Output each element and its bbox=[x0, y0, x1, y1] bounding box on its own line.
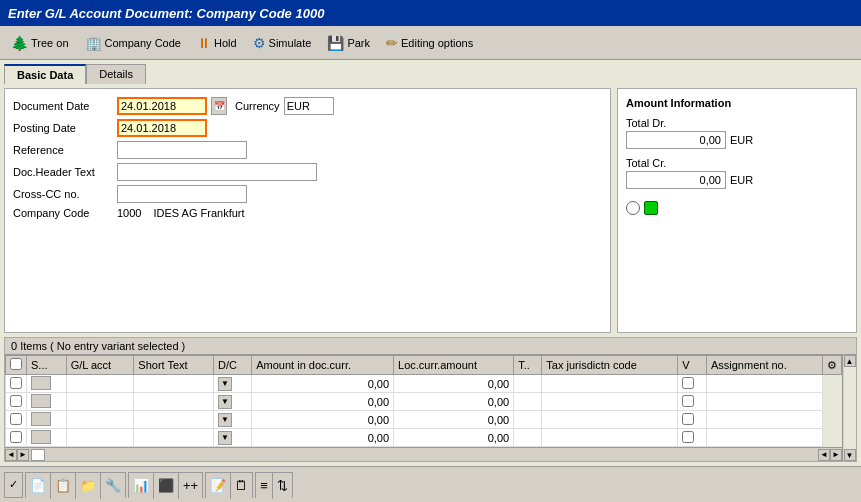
hold-label: Hold bbox=[214, 37, 237, 49]
posting-date-input[interactable] bbox=[117, 119, 207, 137]
editing-options-label: Editing options bbox=[401, 37, 473, 49]
reference-input[interactable] bbox=[117, 141, 247, 159]
col-amount-doc: Amount in doc.curr. bbox=[252, 356, 394, 375]
row-v-4 bbox=[678, 429, 707, 447]
bottom-btn-10[interactable]: 🗒 bbox=[231, 473, 252, 499]
total-dr-row: Total Dr. EUR bbox=[626, 117, 848, 149]
row-gl-3 bbox=[66, 411, 134, 429]
col-t: T.. bbox=[514, 356, 542, 375]
document-date-input[interactable] bbox=[117, 97, 207, 115]
tab-details[interactable]: Details bbox=[86, 64, 146, 84]
bottom-btn-3[interactable]: 📋 bbox=[51, 473, 76, 499]
title-bar: Enter G/L Account Document: Company Code… bbox=[0, 0, 861, 26]
bottom-btn-2[interactable]: 📄 bbox=[26, 473, 51, 499]
col-dc: D/C bbox=[214, 356, 252, 375]
total-dr-input[interactable] bbox=[626, 131, 726, 149]
row-checkbox-1[interactable] bbox=[10, 377, 22, 389]
row-checkbox-2[interactable] bbox=[10, 395, 22, 407]
hold-button[interactable]: ⏸ Hold bbox=[190, 30, 244, 56]
dc-dropdown-4[interactable]: ▼ bbox=[218, 431, 232, 445]
main-content: Basic Data Details Document Date 📅 Curre… bbox=[0, 60, 861, 466]
total-cr-row: Total Cr. EUR bbox=[626, 157, 848, 189]
scroll-right-button[interactable]: ► bbox=[17, 449, 29, 461]
row-loc-3: 0,00 bbox=[394, 411, 514, 429]
amount-section: Amount Information Total Dr. EUR Total C… bbox=[617, 88, 857, 333]
company-code-label: Company Code bbox=[105, 37, 181, 49]
dc-dropdown-3[interactable]: ▼ bbox=[218, 413, 232, 427]
scroll-right2-button[interactable]: ◄ bbox=[818, 449, 830, 461]
row-t-2 bbox=[514, 393, 542, 411]
row-select-4 bbox=[6, 429, 27, 447]
row-v-3 bbox=[678, 411, 707, 429]
row-checkbox-4[interactable] bbox=[10, 431, 22, 443]
row-gl-1 bbox=[66, 375, 134, 393]
calendar-button[interactable]: 📅 bbox=[211, 97, 227, 115]
doc-header-input[interactable] bbox=[117, 163, 317, 181]
bottom-btn-5[interactable]: 🔧 bbox=[101, 473, 125, 499]
total-dr-currency: EUR bbox=[730, 134, 753, 146]
row-checkbox-3[interactable] bbox=[10, 413, 22, 425]
bottom-btn-9[interactable]: 📝 bbox=[206, 473, 231, 499]
park-button[interactable]: 💾 Park bbox=[320, 30, 377, 56]
radio-filled[interactable] bbox=[644, 201, 658, 215]
bottom-btn-1[interactable]: ✓ bbox=[4, 472, 23, 498]
scroll-right3-button[interactable]: ► bbox=[830, 449, 842, 461]
row-amount-4: 0,00 bbox=[252, 429, 394, 447]
indicator-row bbox=[626, 201, 848, 215]
cross-cc-input[interactable] bbox=[117, 185, 247, 203]
table-scroll-area: S... G/L acct Short Text D/C Amount in d… bbox=[5, 355, 842, 461]
tree-on-button[interactable]: 🌲 Tree on bbox=[4, 30, 76, 56]
park-label: Park bbox=[347, 37, 370, 49]
row-select-2 bbox=[6, 393, 27, 411]
tree-icon: 🌲 bbox=[11, 35, 28, 51]
company-code-name: IDES AG Frankfurt bbox=[153, 207, 244, 219]
scroll-left-button[interactable]: ◄ bbox=[5, 449, 17, 461]
v-checkbox-4[interactable] bbox=[682, 431, 694, 443]
doc-header-row: Doc.Header Text bbox=[13, 163, 602, 181]
row-btn-1[interactable] bbox=[31, 376, 51, 390]
bottom-btn-6[interactable]: 📊 bbox=[129, 473, 154, 499]
editing-icon: ✏ bbox=[386, 35, 398, 51]
amount-info-title: Amount Information bbox=[626, 97, 848, 109]
bottom-btn-group-4: ≡ ⇅ bbox=[255, 472, 293, 498]
radio-empty[interactable] bbox=[626, 201, 640, 215]
col-short-text: Short Text bbox=[134, 356, 214, 375]
col-selector bbox=[6, 356, 27, 375]
scroll-up-button[interactable]: ▲ bbox=[844, 355, 856, 367]
table-row: ▼ 0,00 0,00 bbox=[6, 375, 842, 393]
row-t-4 bbox=[514, 429, 542, 447]
tree-on-label: Tree on bbox=[31, 37, 69, 49]
h-scrollbar-thumb[interactable] bbox=[31, 449, 45, 461]
bottom-btn-8[interactable]: ++ bbox=[179, 473, 202, 499]
row-s-3 bbox=[27, 411, 67, 429]
select-all-checkbox[interactable] bbox=[10, 358, 22, 370]
bottom-btn-12[interactable]: ⇅ bbox=[273, 473, 292, 499]
simulate-button[interactable]: ⚙ Simulate bbox=[246, 30, 319, 56]
v-checkbox-2[interactable] bbox=[682, 395, 694, 407]
row-btn-3[interactable] bbox=[31, 412, 51, 426]
row-dc-2: ▼ bbox=[214, 393, 252, 411]
bottom-btn-7[interactable]: ⬛ bbox=[154, 473, 179, 499]
v-checkbox-1[interactable] bbox=[682, 377, 694, 389]
scroll-down-button[interactable]: ▼ bbox=[844, 449, 856, 461]
bottom-btn-4[interactable]: 📁 bbox=[76, 473, 101, 499]
row-btn-4[interactable] bbox=[31, 430, 51, 444]
v-checkbox-3[interactable] bbox=[682, 413, 694, 425]
tab-basic-data[interactable]: Basic Data bbox=[4, 64, 86, 84]
bottom-btn-11[interactable]: ≡ bbox=[256, 473, 273, 499]
v-scrollbar: ▲ ▼ bbox=[842, 355, 856, 461]
row-tax-2 bbox=[542, 393, 678, 411]
company-code-button[interactable]: 🏢 Company Code bbox=[78, 30, 188, 56]
total-cr-input[interactable] bbox=[626, 171, 726, 189]
row-btn-2[interactable] bbox=[31, 394, 51, 408]
company-icon: 🏢 bbox=[85, 35, 102, 51]
row-tax-1 bbox=[542, 375, 678, 393]
row-gl-2 bbox=[66, 393, 134, 411]
editing-options-button[interactable]: ✏ Editing options bbox=[379, 30, 480, 56]
row-v-1 bbox=[678, 375, 707, 393]
col-settings[interactable]: ⚙ bbox=[823, 356, 842, 375]
dc-dropdown-1[interactable]: ▼ bbox=[218, 377, 232, 391]
document-date-label: Document Date bbox=[13, 100, 113, 112]
currency-input[interactable] bbox=[284, 97, 334, 115]
dc-dropdown-2[interactable]: ▼ bbox=[218, 395, 232, 409]
